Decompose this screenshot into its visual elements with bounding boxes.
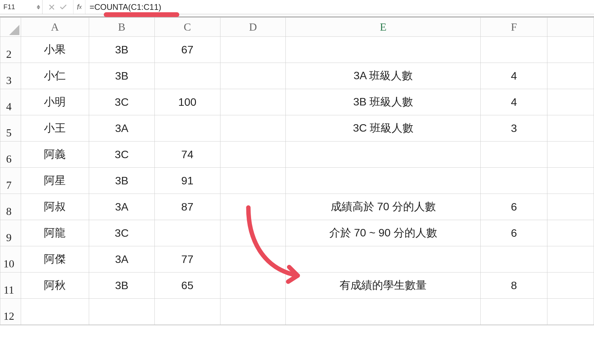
cell[interactable]: [547, 272, 594, 299]
cell[interactable]: [220, 142, 286, 168]
cell[interactable]: 3C: [89, 220, 154, 246]
col-header-F[interactable]: F: [481, 18, 547, 37]
cell[interactable]: 阿龍: [21, 220, 89, 246]
cell[interactable]: 阿義: [21, 142, 89, 168]
cell[interactable]: 4: [481, 89, 547, 115]
cell[interactable]: 3B: [89, 168, 154, 194]
cell[interactable]: 3A 班級人數: [286, 63, 481, 89]
cell[interactable]: [286, 299, 481, 325]
cell[interactable]: 小果: [21, 37, 89, 63]
cell[interactable]: [547, 37, 594, 63]
cell[interactable]: [547, 220, 594, 246]
cell[interactable]: 3C: [89, 89, 154, 115]
cell[interactable]: [154, 299, 220, 325]
cell[interactable]: 阿叔: [21, 194, 89, 220]
cell[interactable]: [286, 246, 481, 272]
row-header[interactable]: 3: [0, 63, 21, 89]
cell[interactable]: [481, 142, 547, 168]
select-all-corner[interactable]: [0, 18, 21, 37]
cell[interactable]: 3A: [89, 246, 154, 272]
cell[interactable]: [286, 37, 481, 63]
fx-label[interactable]: fx: [73, 0, 85, 14]
row-header[interactable]: 6: [0, 142, 21, 168]
col-header-blank[interactable]: [547, 18, 594, 37]
row-header[interactable]: 5: [0, 115, 21, 142]
cell[interactable]: [220, 168, 286, 194]
cell[interactable]: [154, 115, 220, 142]
cell[interactable]: 成績高於 70 分的人數: [286, 194, 481, 220]
cell[interactable]: 74: [154, 142, 220, 168]
stepper-up-icon[interactable]: [37, 5, 40, 7]
accept-icon[interactable]: [60, 4, 67, 10]
row-header[interactable]: 12: [0, 299, 21, 325]
cell[interactable]: 100: [154, 89, 220, 115]
cell[interactable]: [547, 63, 594, 89]
grid[interactable]: A B C D E F 2 小果 3B 67 3 小仁 3B 3A 班級人數 4: [0, 17, 594, 325]
col-header-B[interactable]: B: [89, 18, 154, 37]
cell[interactable]: 3B: [89, 37, 154, 63]
row-header[interactable]: 9: [0, 220, 21, 246]
cell[interactable]: [220, 272, 286, 299]
cell[interactable]: 小仁: [21, 63, 89, 89]
cancel-icon[interactable]: [49, 4, 55, 10]
cell[interactable]: 87: [154, 194, 220, 220]
row-header[interactable]: 10: [0, 246, 21, 272]
cell[interactable]: 77: [154, 246, 220, 272]
col-header-E[interactable]: E: [286, 18, 481, 37]
cell[interactable]: [547, 194, 594, 220]
col-header-D[interactable]: D: [220, 18, 286, 37]
cell[interactable]: 阿星: [21, 168, 89, 194]
cell[interactable]: 91: [154, 168, 220, 194]
cell[interactable]: [220, 115, 286, 142]
cell[interactable]: [547, 299, 594, 325]
cell[interactable]: [547, 115, 594, 142]
formula-input[interactable]: [85, 0, 594, 14]
cell[interactable]: 8: [481, 272, 547, 299]
cell[interactable]: 3: [481, 115, 547, 142]
cell[interactable]: [220, 194, 286, 220]
cell[interactable]: 6: [481, 194, 547, 220]
cell[interactable]: 介於 70 ~ 90 分的人數: [286, 220, 481, 246]
stepper-down-icon[interactable]: [37, 7, 40, 9]
cell[interactable]: [220, 37, 286, 63]
row-header[interactable]: 2: [0, 37, 21, 63]
cell[interactable]: [286, 168, 481, 194]
cell[interactable]: 65: [154, 272, 220, 299]
cell[interactable]: [547, 168, 594, 194]
cell[interactable]: 3C 班級人數: [286, 115, 481, 142]
cell[interactable]: 小王: [21, 115, 89, 142]
cell[interactable]: [481, 37, 547, 63]
cell[interactable]: 4: [481, 63, 547, 89]
name-box-stepper[interactable]: [37, 5, 40, 9]
cell[interactable]: [220, 220, 286, 246]
cell[interactable]: 阿傑: [21, 246, 89, 272]
row-header[interactable]: 11: [0, 272, 21, 299]
cell[interactable]: [220, 89, 286, 115]
cell[interactable]: 3B: [89, 63, 154, 89]
col-header-A[interactable]: A: [21, 18, 89, 37]
cell[interactable]: 3B 班級人數: [286, 89, 481, 115]
cell[interactable]: 3A: [89, 115, 154, 142]
cell[interactable]: [286, 142, 481, 168]
cell[interactable]: [21, 299, 89, 325]
cell[interactable]: 3C: [89, 142, 154, 168]
cell[interactable]: [89, 299, 154, 325]
cell[interactable]: [220, 299, 286, 325]
cell[interactable]: 6: [481, 220, 547, 246]
row-header[interactable]: 8: [0, 194, 21, 220]
cell[interactable]: [154, 220, 220, 246]
cell[interactable]: [547, 142, 594, 168]
cell[interactable]: [481, 168, 547, 194]
name-box[interactable]: F11: [0, 0, 43, 14]
cell[interactable]: [481, 246, 547, 272]
cell[interactable]: 阿秋: [21, 272, 89, 299]
cell[interactable]: [220, 63, 286, 89]
cell[interactable]: [547, 89, 594, 115]
col-header-C[interactable]: C: [154, 18, 220, 37]
row-header[interactable]: 4: [0, 89, 21, 115]
cell[interactable]: [220, 246, 286, 272]
cell[interactable]: 有成績的學生數量: [286, 272, 481, 299]
cell[interactable]: 小明: [21, 89, 89, 115]
cell[interactable]: [481, 299, 547, 325]
cell[interactable]: 67: [154, 37, 220, 63]
